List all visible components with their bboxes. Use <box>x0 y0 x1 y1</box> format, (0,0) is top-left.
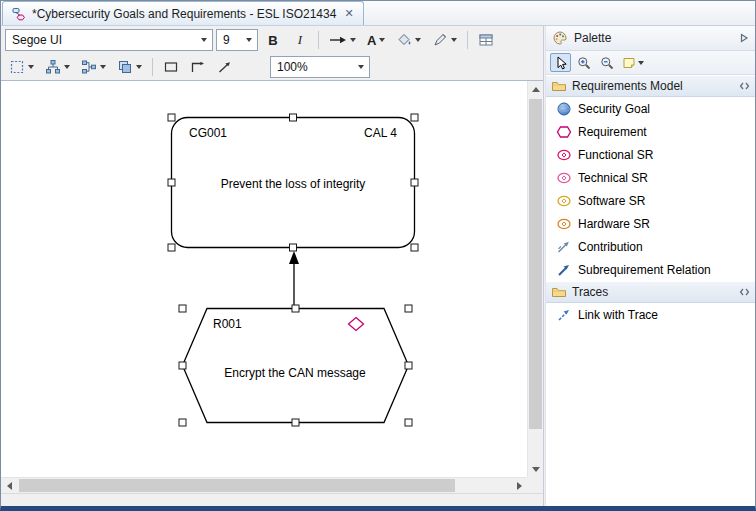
palette-section-traces[interactable]: Traces <box>546 281 755 303</box>
toolbar-separator <box>152 58 153 76</box>
font-name-value: Segoe UI <box>12 33 62 47</box>
horizontal-scroll-thumb[interactable] <box>19 479 455 492</box>
palette-item-security-goal[interactable]: Security Goal <box>546 97 755 120</box>
font-size-combo[interactable]: 9 <box>216 29 258 51</box>
palette-item-functional-sr[interactable]: Functional SR <box>546 143 755 166</box>
chevron-down-icon <box>358 65 364 69</box>
zoom-combo[interactable]: 100% <box>270 56 370 78</box>
order-button[interactable] <box>113 56 146 78</box>
palette-item-label: Requirement <box>578 125 647 139</box>
editor-tab[interactable]: *Cybersecurity Goals and Requirements - … <box>2 1 364 25</box>
section-toggle-icon[interactable] <box>739 81 750 91</box>
palette-item-label: Subrequirement Relation <box>578 263 711 277</box>
zoom-value: 100% <box>277 60 308 74</box>
arrow-icon <box>329 35 347 45</box>
vertical-scroll-thumb[interactable] <box>529 99 542 429</box>
order-icon <box>117 59 133 75</box>
marquee-select-button[interactable] <box>5 56 38 78</box>
appearance-gallery-button[interactable] <box>474 29 498 51</box>
palette-item-software-sr[interactable]: Software SR <box>546 189 755 212</box>
requirement-node[interactable]: R001 Encrypt the CAN message <box>183 309 409 423</box>
palette-item-technical-sr[interactable]: Technical SR <box>546 166 755 189</box>
editor-tab-title: *Cybersecurity Goals and Requirements - … <box>32 7 336 21</box>
chevron-down-icon <box>64 65 70 69</box>
security-goal-icon <box>556 101 572 117</box>
palette-body: Requirements Model <box>546 75 755 506</box>
palette-item-label: Software SR <box>578 194 645 208</box>
zoom-out-icon <box>600 56 614 70</box>
hardware-sr-icon <box>556 216 572 232</box>
scroll-right-button[interactable] <box>511 478 527 494</box>
security-goal-cal: CAL 4 <box>364 126 397 140</box>
italic-button[interactable]: I <box>288 29 312 51</box>
contribution-icon <box>556 239 572 255</box>
arrow-style-button[interactable] <box>325 29 360 51</box>
section-toggle-icon[interactable] <box>739 287 750 297</box>
contribution-edge[interactable] <box>289 251 299 308</box>
palette-section-requirements-model[interactable]: Requirements Model <box>546 75 755 97</box>
software-sr-icon <box>556 193 572 209</box>
scroll-up-button[interactable] <box>528 81 544 97</box>
palette-item-link-with-trace[interactable]: Link with Trace <box>546 303 755 326</box>
triangle-right-icon <box>517 482 522 490</box>
triangle-up-icon <box>532 87 540 92</box>
toolbar-separator <box>318 31 319 49</box>
scroll-left-button[interactable] <box>1 478 17 494</box>
palette-item-subrequirement-relation[interactable]: Subrequirement Relation <box>546 258 755 281</box>
palette-item-hardware-sr[interactable]: Hardware SR <box>546 212 755 235</box>
chevron-down-icon <box>246 38 252 42</box>
font-size-value: 9 <box>223 33 230 47</box>
chevron-down-icon <box>379 38 385 42</box>
vertical-scrollbar[interactable] <box>527 81 543 477</box>
folder-icon <box>551 284 567 300</box>
note-tool-button[interactable] <box>619 53 647 72</box>
font-name-combo[interactable]: Segoe UI <box>5 29 213 51</box>
snap-bounds-button[interactable] <box>159 56 183 78</box>
security-goal-label: Prevent the loss of integrity <box>221 177 366 191</box>
requirement-icon <box>556 124 572 140</box>
line-color-button[interactable] <box>428 29 461 51</box>
palette-item-contribution[interactable]: Contribution <box>546 235 755 258</box>
font-color-letter: A <box>367 33 376 48</box>
align-button[interactable] <box>77 56 110 78</box>
zoom-in-tool-button[interactable] <box>573 53 594 72</box>
note-icon <box>622 56 636 70</box>
rectilinear-router-button[interactable] <box>186 56 210 78</box>
fill-color-button[interactable] <box>392 29 425 51</box>
requirement-id: R001 <box>213 317 242 331</box>
section-label: Traces <box>572 285 608 299</box>
zoom-out-tool-button[interactable] <box>596 53 617 72</box>
palette-item-label: Hardware SR <box>578 217 650 231</box>
bold-button[interactable]: B <box>261 29 285 51</box>
scroll-down-button[interactable] <box>528 461 544 477</box>
tab-close-icon[interactable]: ✕ <box>344 7 353 20</box>
section-label: Requirements Model <box>572 79 683 93</box>
marquee-icon <box>9 59 25 75</box>
palette-item-label: Security Goal <box>578 102 650 116</box>
rectangle-icon <box>163 59 179 75</box>
diagram-toolbar: 100% <box>1 54 543 80</box>
toolbar-separator <box>467 31 468 49</box>
chevron-down-icon <box>638 61 644 65</box>
chevron-down-icon <box>451 38 457 42</box>
diagram-canvas[interactable]: CG001 CAL 4 Prevent the loss of integrit… <box>1 81 527 477</box>
arrange-all-button[interactable] <box>41 56 74 78</box>
application-window: *Cybersecurity Goals and Requirements - … <box>0 0 756 511</box>
security-goal-node[interactable]: CG001 CAL 4 Prevent the loss of integrit… <box>172 118 415 248</box>
palette-header[interactable]: Palette <box>546 26 755 51</box>
elbow-connector-icon <box>190 59 206 75</box>
font-color-button[interactable]: A <box>363 29 389 51</box>
folder-icon <box>551 78 567 94</box>
collapse-right-icon[interactable] <box>739 33 749 43</box>
horizontal-scrollbar[interactable] <box>1 477 527 493</box>
bold-label: B <box>268 33 277 48</box>
editor-column: Segoe UI 9 B I <box>1 26 543 506</box>
select-tool-button[interactable] <box>550 53 571 72</box>
chevron-down-icon <box>136 65 142 69</box>
palette-item-requirement[interactable]: Requirement <box>546 120 755 143</box>
oblique-router-button[interactable] <box>213 56 237 78</box>
requirement-label: Encrypt the CAN message <box>224 366 366 380</box>
format-toolbar: Segoe UI 9 B I <box>1 26 543 54</box>
triangle-left-icon <box>7 482 12 490</box>
palette-title: Palette <box>574 31 611 45</box>
